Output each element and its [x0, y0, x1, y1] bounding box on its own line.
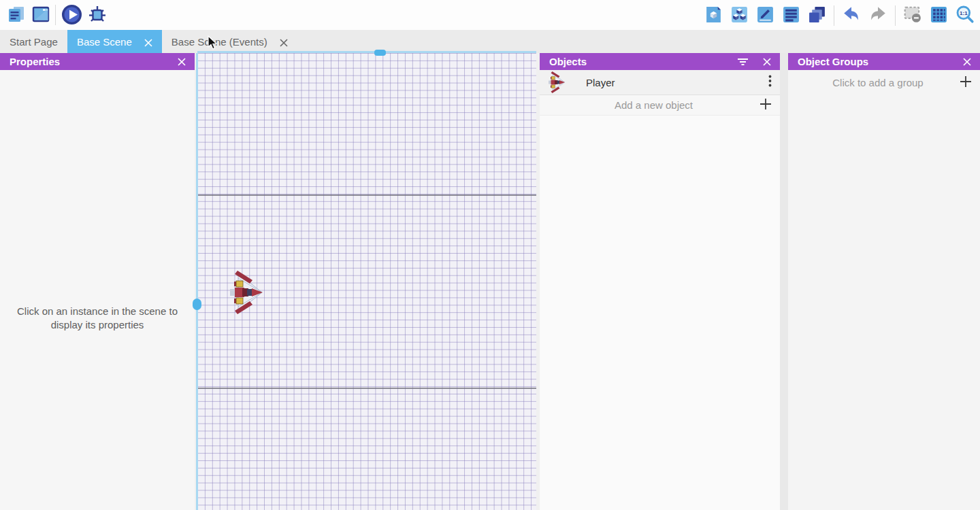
properties-editor-icon[interactable]: [756, 5, 774, 27]
filter-objects-icon[interactable]: [738, 57, 747, 67]
tab-label: Start Page: [10, 36, 58, 48]
add-object-label: Add a new object: [548, 99, 760, 111]
player-thumbnail-icon: [548, 71, 566, 93]
grid-icon[interactable]: [930, 5, 948, 27]
objects-editor-icon[interactable]: [704, 5, 723, 27]
object-menu-icon[interactable]: [768, 75, 772, 90]
object-name: Player: [586, 77, 768, 88]
project-manager-icon[interactable]: [7, 5, 26, 27]
add-group-label: Click to add a group: [796, 77, 960, 88]
tab-base-scene[interactable]: Base Scene: [67, 30, 162, 53]
tab-base-scene-events[interactable]: Base Scene (Events): [162, 30, 297, 53]
objects-panel-title: Objects: [549, 56, 587, 67]
tab-label: Base Scene (Events): [172, 36, 267, 48]
add-object-row[interactable]: Add a new object: [540, 95, 780, 116]
editor-tab-bar: Start Page Base Scene Base Scene (Events…: [0, 30, 980, 53]
properties-panel-header: Properties: [0, 53, 195, 70]
tab-label: Base Scene: [77, 36, 132, 48]
close-tab-icon[interactable]: [144, 37, 152, 46]
tab-start-page[interactable]: Start Page: [0, 30, 67, 53]
objects-panel-body: Player Add a new object: [540, 70, 780, 510]
toolbar-separator: [834, 5, 834, 26]
horizontal-scrollbar-thumb[interactable]: [374, 50, 386, 56]
properties-panel-title: Properties: [10, 56, 60, 67]
close-object-groups-icon[interactable]: [962, 57, 972, 67]
horizontal-scrollbar-track[interactable]: [197, 51, 536, 53]
properties-panel-body: Click on an instance in the scene to dis…: [0, 70, 195, 510]
vertical-scrollbar-track[interactable]: [196, 53, 198, 510]
add-group-row[interactable]: Click to add a group: [788, 70, 980, 95]
player-sprite: [229, 271, 263, 314]
close-properties-icon[interactable]: [177, 57, 186, 67]
object-row-player[interactable]: Player: [540, 70, 780, 95]
vertical-scrollbar-thumb[interactable]: [193, 299, 201, 310]
debug-icon[interactable]: [87, 5, 108, 28]
add-group-plus-icon[interactable]: [960, 75, 972, 90]
scene-window-top-line: [197, 194, 536, 196]
close-objects-icon[interactable]: [762, 57, 772, 67]
start-page-icon[interactable]: [31, 5, 50, 27]
object-groups-panel-body: Click to add a group: [788, 70, 980, 510]
zoom-ratio-label: 1:1: [960, 10, 968, 16]
objects-panel-header: Objects: [540, 53, 780, 70]
toolbar-separator: [895, 5, 896, 26]
object-groups-editor-icon[interactable]: [730, 5, 749, 27]
scene-canvas[interactable]: [195, 53, 540, 510]
object-groups-panel-title: Object Groups: [798, 56, 868, 67]
play-icon[interactable]: [61, 4, 82, 28]
add-object-plus-icon[interactable]: [760, 98, 772, 113]
redo-icon[interactable]: [868, 5, 887, 27]
undo-icon[interactable]: [842, 5, 861, 27]
toolbar-right-group: 1:1: [704, 5, 975, 27]
scene-window-bottom-line: [197, 388, 536, 389]
object-groups-panel-header: Object Groups: [788, 53, 980, 70]
player-instance[interactable]: [229, 271, 263, 314]
close-tab-icon[interactable]: [280, 37, 288, 46]
toolbar-separator: [55, 5, 56, 25]
properties-empty-message: Click on an instance in the scene to dis…: [5, 305, 190, 332]
capture-disabled-icon: [903, 5, 922, 27]
instances-list-icon[interactable]: [782, 5, 800, 27]
zoom-1-1-icon[interactable]: 1:1: [956, 5, 975, 27]
layers-editor-icon[interactable]: [808, 5, 826, 27]
main-toolbar: 1:1: [0, 0, 980, 30]
